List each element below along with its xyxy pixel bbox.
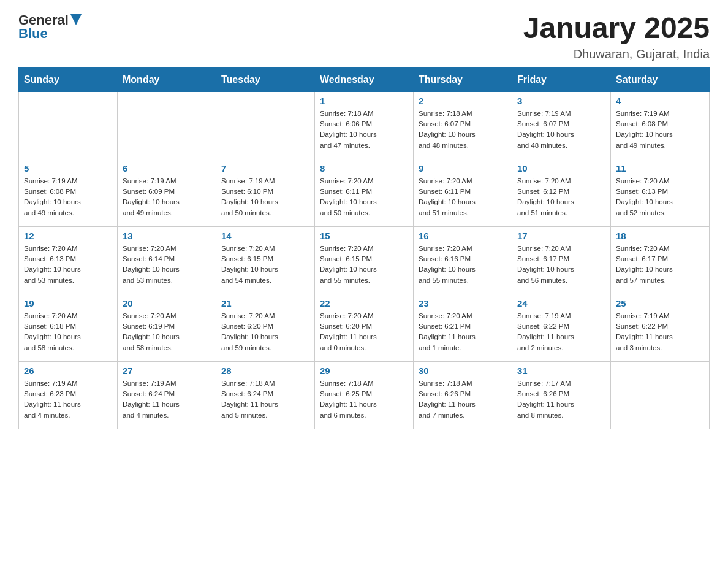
day-info: Sunrise: 7:18 AM Sunset: 6:26 PM Dayligh… (419, 378, 507, 421)
day-info: Sunrise: 7:19 AM Sunset: 6:07 PM Dayligh… (517, 109, 605, 151)
day-info: Sunrise: 7:19 AM Sunset: 6:09 PM Dayligh… (123, 176, 211, 218)
week-row-3: 12Sunrise: 7:20 AM Sunset: 6:13 PM Dayli… (19, 226, 710, 294)
day-info: Sunrise: 7:20 AM Sunset: 6:11 PM Dayligh… (419, 176, 507, 218)
day-number: 12 (24, 231, 112, 241)
day-info: Sunrise: 7:19 AM Sunset: 6:24 PM Dayligh… (123, 378, 211, 421)
day-info: Sunrise: 7:20 AM Sunset: 6:21 PM Dayligh… (419, 311, 507, 353)
header-tuesday: Tuesday (216, 67, 315, 91)
day-number: 7 (221, 163, 309, 174)
day-info: Sunrise: 7:19 AM Sunset: 6:23 PM Dayligh… (24, 378, 112, 421)
day-info: Sunrise: 7:20 AM Sunset: 6:17 PM Dayligh… (616, 243, 704, 286)
calendar-cell: 8Sunrise: 7:20 AM Sunset: 6:11 PM Daylig… (315, 159, 414, 226)
calendar-cell: 15Sunrise: 7:20 AM Sunset: 6:15 PM Dayli… (315, 226, 414, 294)
header-sunday: Sunday (19, 67, 118, 91)
calendar-cell: 23Sunrise: 7:20 AM Sunset: 6:21 PM Dayli… (414, 294, 512, 361)
calendar-cell: 12Sunrise: 7:20 AM Sunset: 6:13 PM Dayli… (19, 226, 118, 294)
calendar-cell: 18Sunrise: 7:20 AM Sunset: 6:17 PM Dayli… (611, 226, 710, 294)
day-number: 22 (320, 298, 408, 308)
day-info: Sunrise: 7:18 AM Sunset: 6:06 PM Dayligh… (320, 109, 408, 151)
title-section: January 2025 Dhuwaran, Gujarat, India (523, 12, 710, 61)
calendar-cell: 20Sunrise: 7:20 AM Sunset: 6:19 PM Dayli… (118, 294, 216, 361)
week-row-4: 19Sunrise: 7:20 AM Sunset: 6:18 PM Dayli… (19, 294, 710, 361)
calendar-cell: 1Sunrise: 7:18 AM Sunset: 6:06 PM Daylig… (315, 91, 414, 159)
calendar-cell: 19Sunrise: 7:20 AM Sunset: 6:18 PM Dayli… (19, 294, 118, 361)
day-number: 18 (616, 231, 704, 241)
calendar-cell: 14Sunrise: 7:20 AM Sunset: 6:15 PM Dayli… (216, 226, 315, 294)
header-wednesday: Wednesday (315, 67, 414, 91)
day-info: Sunrise: 7:20 AM Sunset: 6:12 PM Dayligh… (517, 176, 605, 218)
header-monday: Monday (118, 67, 216, 91)
day-number: 20 (123, 298, 211, 308)
calendar-subtitle: Dhuwaran, Gujarat, India (523, 47, 710, 61)
calendar-cell: 4Sunrise: 7:19 AM Sunset: 6:08 PM Daylig… (611, 91, 710, 159)
day-number: 6 (123, 163, 211, 174)
day-number: 17 (517, 231, 605, 241)
calendar-cell: 22Sunrise: 7:20 AM Sunset: 6:20 PM Dayli… (315, 294, 414, 361)
day-info: Sunrise: 7:19 AM Sunset: 6:22 PM Dayligh… (517, 311, 605, 353)
day-number: 31 (517, 366, 605, 376)
calendar-cell (216, 91, 315, 159)
day-number: 21 (221, 298, 309, 308)
calendar-cell: 28Sunrise: 7:18 AM Sunset: 6:24 PM Dayli… (216, 361, 315, 429)
calendar-title: January 2025 (523, 12, 710, 45)
calendar-cell: 5Sunrise: 7:19 AM Sunset: 6:08 PM Daylig… (19, 159, 118, 226)
day-info: Sunrise: 7:17 AM Sunset: 6:26 PM Dayligh… (517, 378, 605, 421)
day-number: 23 (419, 298, 507, 308)
calendar-cell: 17Sunrise: 7:20 AM Sunset: 6:17 PM Dayli… (512, 226, 611, 294)
day-info: Sunrise: 7:20 AM Sunset: 6:11 PM Dayligh… (320, 176, 408, 218)
calendar-table: Sunday Monday Tuesday Wednesday Thursday… (18, 67, 710, 429)
calendar-cell: 25Sunrise: 7:19 AM Sunset: 6:22 PM Dayli… (611, 294, 710, 361)
calendar-cell: 2Sunrise: 7:18 AM Sunset: 6:07 PM Daylig… (414, 91, 512, 159)
logo-triangle-icon (70, 14, 82, 25)
day-number: 16 (419, 231, 507, 241)
calendar-cell: 24Sunrise: 7:19 AM Sunset: 6:22 PM Dayli… (512, 294, 611, 361)
day-number: 19 (24, 298, 112, 308)
day-info: Sunrise: 7:19 AM Sunset: 6:10 PM Dayligh… (221, 176, 309, 218)
day-number: 11 (616, 163, 704, 174)
page-header: General Blue January 2025 Dhuwaran, Guja… (18, 12, 710, 61)
day-number: 8 (320, 163, 408, 174)
day-info: Sunrise: 7:20 AM Sunset: 6:19 PM Dayligh… (123, 311, 211, 353)
week-row-1: 1Sunrise: 7:18 AM Sunset: 6:06 PM Daylig… (19, 91, 710, 159)
logo: General Blue (18, 12, 82, 42)
header-row: Sunday Monday Tuesday Wednesday Thursday… (19, 67, 710, 91)
calendar-cell (118, 91, 216, 159)
day-number: 1 (320, 96, 408, 106)
day-info: Sunrise: 7:20 AM Sunset: 6:18 PM Dayligh… (24, 311, 112, 353)
day-number: 29 (320, 366, 408, 376)
day-number: 28 (221, 366, 309, 376)
calendar-cell: 30Sunrise: 7:18 AM Sunset: 6:26 PM Dayli… (414, 361, 512, 429)
header-saturday: Saturday (611, 67, 710, 91)
day-number: 14 (221, 231, 309, 241)
calendar-cell: 3Sunrise: 7:19 AM Sunset: 6:07 PM Daylig… (512, 91, 611, 159)
calendar-cell: 6Sunrise: 7:19 AM Sunset: 6:09 PM Daylig… (118, 159, 216, 226)
calendar-cell: 10Sunrise: 7:20 AM Sunset: 6:12 PM Dayli… (512, 159, 611, 226)
day-number: 30 (419, 366, 507, 376)
calendar-cell: 11Sunrise: 7:20 AM Sunset: 6:13 PM Dayli… (611, 159, 710, 226)
day-info: Sunrise: 7:20 AM Sunset: 6:20 PM Dayligh… (221, 311, 309, 353)
day-info: Sunrise: 7:20 AM Sunset: 6:15 PM Dayligh… (221, 243, 309, 286)
day-number: 2 (419, 96, 507, 106)
day-info: Sunrise: 7:19 AM Sunset: 6:22 PM Dayligh… (616, 311, 704, 353)
calendar-cell: 9Sunrise: 7:20 AM Sunset: 6:11 PM Daylig… (414, 159, 512, 226)
calendar-cell: 16Sunrise: 7:20 AM Sunset: 6:16 PM Dayli… (414, 226, 512, 294)
calendar-cell: 26Sunrise: 7:19 AM Sunset: 6:23 PM Dayli… (19, 361, 118, 429)
calendar-body: 1Sunrise: 7:18 AM Sunset: 6:06 PM Daylig… (19, 91, 710, 429)
day-info: Sunrise: 7:20 AM Sunset: 6:15 PM Dayligh… (320, 243, 408, 286)
day-number: 10 (517, 163, 605, 174)
calendar-cell: 7Sunrise: 7:19 AM Sunset: 6:10 PM Daylig… (216, 159, 315, 226)
day-info: Sunrise: 7:19 AM Sunset: 6:08 PM Dayligh… (24, 176, 112, 218)
day-info: Sunrise: 7:18 AM Sunset: 6:25 PM Dayligh… (320, 378, 408, 421)
day-number: 26 (24, 366, 112, 376)
day-number: 9 (419, 163, 507, 174)
day-info: Sunrise: 7:20 AM Sunset: 6:20 PM Dayligh… (320, 311, 408, 353)
day-info: Sunrise: 7:20 AM Sunset: 6:13 PM Dayligh… (24, 243, 112, 286)
day-number: 13 (123, 231, 211, 241)
day-number: 4 (616, 96, 704, 106)
day-number: 3 (517, 96, 605, 106)
day-info: Sunrise: 7:19 AM Sunset: 6:08 PM Dayligh… (616, 109, 704, 151)
svg-marker-0 (70, 14, 82, 25)
calendar-cell: 29Sunrise: 7:18 AM Sunset: 6:25 PM Dayli… (315, 361, 414, 429)
logo-text-blue: Blue (18, 26, 48, 42)
week-row-2: 5Sunrise: 7:19 AM Sunset: 6:08 PM Daylig… (19, 159, 710, 226)
